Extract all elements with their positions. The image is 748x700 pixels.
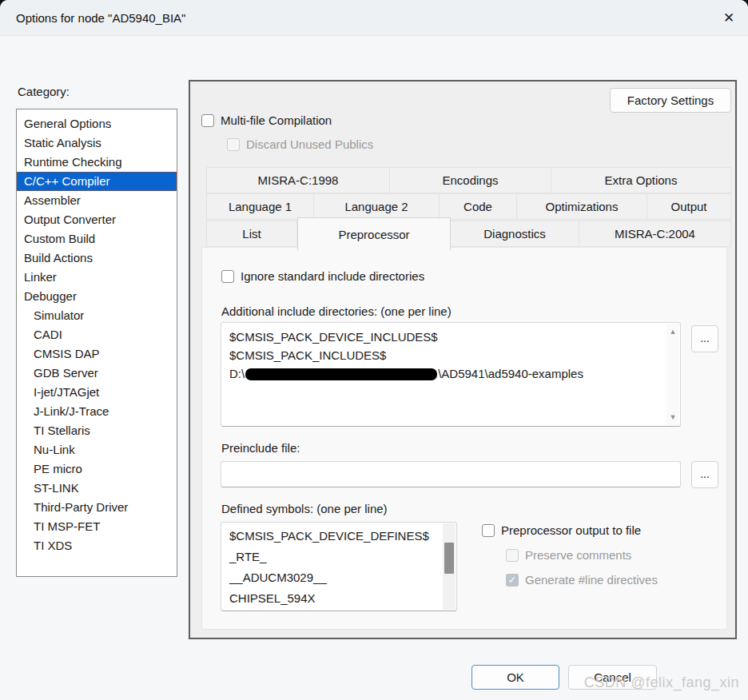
tab-optimizations[interactable]: Optimizations: [517, 193, 647, 220]
tab-list[interactable]: List: [206, 221, 297, 247]
preprocessor-output-row: Preprocessor output to file: [482, 523, 641, 537]
ok-button[interactable]: OK: [471, 665, 559, 690]
tab-extra-options[interactable]: Extra Options: [551, 167, 731, 193]
category-item-ti-xds[interactable]: TI XDS: [17, 536, 177, 555]
watermark-text: CSDN @felix_fang_xin: [584, 674, 739, 691]
category-item-ijet-jtagjet[interactable]: I-jet/JTAGjet: [17, 383, 177, 402]
scroll-up-icon[interactable]: ▲: [666, 325, 679, 338]
defined-symbol-line: CHIPSEL_594X: [229, 588, 439, 609]
category-item-output-converter[interactable]: Output Converter: [17, 210, 177, 229]
generate-line-directives-label: Generate #line directives: [525, 573, 658, 587]
defined-symbol-line: __ADUCM3029__: [229, 567, 439, 588]
compiler-options-panel: Factory Settings Multi-file Compilation …: [189, 80, 737, 639]
discard-unused-publics-label: Discard Unused Publics: [246, 137, 373, 151]
ignore-standard-include-row: Ignore standard include directories: [221, 269, 424, 283]
category-item-third-party-driver[interactable]: Third-Party Driver: [17, 498, 177, 517]
include-dir-line: $CMSIS_PACK_DEVICE_INCLUDES$: [229, 328, 661, 346]
ignore-standard-include-label: Ignore standard include directories: [241, 269, 424, 283]
category-item-linker[interactable]: Linker: [17, 268, 177, 287]
tab-code[interactable]: Code: [440, 193, 517, 220]
category-item-assembler[interactable]: Assembler: [17, 191, 177, 210]
ignore-standard-include-checkbox[interactable]: [221, 270, 234, 283]
category-listbox: General Options Static Analysis Runtime …: [16, 109, 177, 577]
category-item-build-actions[interactable]: Build Actions: [17, 249, 177, 268]
category-item-custom-build[interactable]: Custom Build: [17, 229, 177, 249]
tab-diagnostics[interactable]: Diagnostics: [451, 221, 579, 247]
preserve-comments-label: Preserve comments: [525, 548, 631, 562]
category-item-st-link[interactable]: ST-LINK: [17, 479, 177, 498]
preinclude-label: Preinclude file:: [221, 441, 300, 455]
tab-language-1[interactable]: Language 1: [206, 193, 314, 220]
multi-file-compilation-row: Multi-file Compilation: [201, 113, 332, 127]
tab-misra-c-1998[interactable]: MISRA-C:1998: [206, 167, 390, 193]
generate-line-directives-row: ✓ Generate #line directives: [506, 573, 658, 587]
category-item-general-options[interactable]: General Options: [17, 114, 177, 133]
preprocessor-tab-page: Ignore standard include directories Addi…: [201, 247, 727, 630]
preinclude-input[interactable]: [221, 461, 681, 487]
multi-file-compilation-label: Multi-file Compilation: [221, 113, 332, 127]
tab-output[interactable]: Output: [647, 193, 731, 220]
category-item-jlink-jtrace[interactable]: J-Link/J-Trace: [17, 402, 177, 421]
include-dir-line-redacted: D:\\AD5941\ad5940-examples: [229, 364, 661, 383]
tab-misra-c-2004[interactable]: MISRA-C:2004: [579, 221, 731, 247]
category-item-c-cpp-compiler[interactable]: C/C++ Compiler: [17, 172, 177, 191]
multi-file-compilation-checkbox[interactable]: [201, 114, 214, 127]
preprocessor-output-label: Preprocessor output to file: [501, 523, 641, 537]
tab-row-3: List Preprocessor Diagnostics MISRA-C:20…: [206, 221, 731, 247]
tab-preprocessor[interactable]: Preprocessor: [297, 217, 451, 250]
category-item-nu-link[interactable]: Nu-Link: [17, 440, 177, 459]
defined-symbols-label: Defined symbols: (one per line): [221, 502, 388, 515]
tab-encodings[interactable]: Encodings: [390, 167, 551, 193]
category-item-debugger[interactable]: Debugger: [17, 287, 177, 306]
close-icon[interactable]: ✕: [719, 9, 738, 28]
options-dialog: Options for node "AD5940_BIA" ✕ Category…: [0, 0, 748, 700]
category-item-ti-stellaris[interactable]: TI Stellaris: [17, 421, 177, 440]
generate-line-directives-checkbox: ✓: [506, 574, 519, 587]
category-item-cmsis-dap[interactable]: CMSIS DAP: [17, 344, 177, 364]
tab-row-2: Language 1 Language 2 Code Optimizations…: [206, 193, 731, 220]
tab-row-1: MISRA-C:1998 Encodings Extra Options: [206, 167, 731, 193]
defined-symbols-scrollbar[interactable]: [443, 523, 456, 610]
defined-symbols-textarea[interactable]: $CMSIS_PACK_DEVICE_DEFINES$ _RTE_ __ADUC…: [221, 522, 457, 611]
redaction-bar: [245, 368, 437, 380]
factory-settings-button[interactable]: Factory Settings: [610, 88, 731, 113]
defined-symbol-line: $CMSIS_PACK_DEVICE_DEFINES$: [229, 526, 439, 547]
category-item-ti-msp-fet[interactable]: TI MSP-FET: [17, 517, 177, 536]
include-dirs-browse-button[interactable]: ...: [691, 325, 718, 352]
defined-symbol-line: _RTE_: [229, 547, 439, 567]
preserve-comments-checkbox: [506, 549, 519, 562]
category-item-pe-micro[interactable]: PE micro: [17, 459, 177, 479]
include-dirs-scrollbar[interactable]: ▲ ▼: [666, 324, 679, 425]
title-bar: Options for node "AD5940_BIA" ✕: [0, 0, 748, 36]
preserve-comments-row: Preserve comments: [506, 548, 631, 562]
include-dirs-textarea[interactable]: $CMSIS_PACK_DEVICE_INCLUDES$ $CMSIS_PACK…: [221, 322, 681, 427]
category-item-gdb-server[interactable]: GDB Server: [17, 364, 177, 383]
preprocessor-output-checkbox[interactable]: [482, 524, 495, 537]
category-item-runtime-checking[interactable]: Runtime Checking: [17, 153, 177, 172]
preinclude-browse-button[interactable]: ...: [691, 461, 718, 488]
category-label: Category:: [18, 85, 70, 98]
category-item-static-analysis[interactable]: Static Analysis: [17, 133, 177, 153]
category-item-simulator[interactable]: Simulator: [17, 306, 177, 325]
category-item-cadi[interactable]: CADI: [17, 325, 177, 344]
discard-unused-publics-checkbox: [227, 138, 240, 151]
discard-unused-publics-row: Discard Unused Publics: [227, 137, 373, 151]
scrollbar-thumb[interactable]: [444, 543, 454, 574]
include-dirs-label: Additional include directories: (one per…: [221, 304, 452, 318]
include-dir-line: $CMSIS_PACK_INCLUDES$: [229, 346, 661, 364]
tab-language-2[interactable]: Language 2: [314, 193, 440, 220]
dialog-title: Options for node "AD5940_BIA": [16, 0, 185, 36]
scroll-down-icon[interactable]: ▼: [666, 411, 679, 424]
